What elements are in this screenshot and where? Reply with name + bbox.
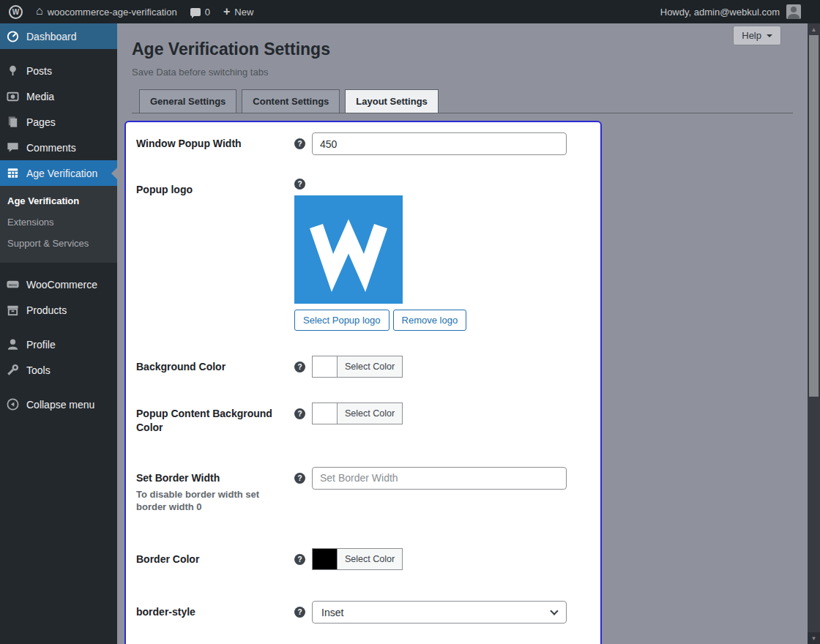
new-link[interactable]: + New <box>223 6 253 18</box>
setting-label: Border Color <box>136 548 291 570</box>
admin-bar-left: W ⌂ woocommerce-age-verification 0 + New <box>9 5 253 19</box>
help-tooltip-icon[interactable]: ? <box>294 362 305 372</box>
webkul-logo-mark <box>294 195 403 304</box>
comments-icon <box>190 8 201 16</box>
chevron-down-icon <box>767 34 772 40</box>
home-icon: ⌂ <box>36 5 43 17</box>
help-tooltip-icon[interactable]: ? <box>294 607 305 618</box>
select-popup-logo-button[interactable]: Select Popup logo <box>294 310 390 331</box>
avatar <box>786 4 801 19</box>
howdy-link[interactable]: Howdy, admin@webkul.com <box>660 7 780 18</box>
popup-content-background-color-picker: Select Color <box>312 402 403 424</box>
setting-label: Popup Content Background Color <box>136 402 291 435</box>
wordpress-logo-link[interactable]: W <box>9 5 23 19</box>
new-label: New <box>234 7 253 18</box>
sidebar-item-label: Profile <box>26 339 56 351</box>
collapse-menu-icon <box>6 397 20 411</box>
background-color-select-button[interactable]: Select Color <box>337 356 403 378</box>
scrollbar-thumb[interactable] <box>809 35 819 397</box>
setting-row-set-border-width: Set Border Width To disable border width… <box>126 455 600 537</box>
setting-label: Window Popup Width <box>136 132 291 155</box>
help-tooltip-icon[interactable]: ? <box>294 408 305 419</box>
setting-row-window-popup-width: Window Popup Width ? <box>126 122 600 165</box>
age-verification-icon <box>6 166 20 180</box>
sidebar-item-age-verification[interactable]: Age Verification <box>0 160 117 186</box>
sidebar-item-pages[interactable]: Pages <box>0 109 117 135</box>
help-button[interactable]: Help <box>733 26 781 45</box>
sidebar-item-label: Posts <box>26 65 52 77</box>
tab-content-settings[interactable]: Content Settings <box>242 89 340 113</box>
sidebar-menu: Dashboard Posts Media Pages Comments <box>0 23 117 644</box>
chevron-down-icon <box>550 607 558 615</box>
border-color-picker: Select Color <box>312 548 403 570</box>
main-content: Help Age Verification Settings Save Data… <box>117 23 808 644</box>
setting-label: Popup logo <box>136 179 291 331</box>
setting-label-title: Set Border Width <box>136 471 291 485</box>
products-icon <box>6 303 20 317</box>
setting-row-popup-logo: Popup logo ? Select Popup logo Remove lo… <box>126 165 600 344</box>
setting-row-popup-content-background-color: Popup Content Background Color ? Select … <box>126 389 600 455</box>
border-style-selected-value: Inset <box>321 607 343 618</box>
sidebar-item-products[interactable]: Products <box>0 297 117 323</box>
sidebar-item-label: Collapse menu <box>26 399 94 411</box>
settings-tabs: General Settings Content Settings Layout… <box>132 89 793 113</box>
setting-label: Background Color <box>136 356 291 378</box>
setting-control: ? <box>291 132 590 155</box>
site-name-link[interactable]: ⌂ woocommerce-age-verification <box>36 7 177 18</box>
tab-layout-settings[interactable]: Layout Settings <box>345 89 439 113</box>
border-style-select[interactable]: Inset <box>312 601 567 624</box>
sidebar-item-profile[interactable]: Profile <box>0 332 117 357</box>
sidebar-item-label: Pages <box>26 116 56 128</box>
scroll-down-icon[interactable]: ▼ <box>808 632 820 644</box>
setting-row-background-color: Background Color ? Select Color <box>126 344 600 389</box>
submenu-item-age-verification[interactable]: Age Verification <box>0 190 117 211</box>
sidebar-item-label: Comments <box>26 142 76 154</box>
setting-label: border-style <box>136 601 291 624</box>
help-tooltip-icon[interactable]: ? <box>294 473 305 484</box>
comments-link[interactable]: 0 <box>190 7 210 18</box>
help-tooltip-icon[interactable]: ? <box>294 179 305 190</box>
submenu-item-support-services[interactable]: Support & Services <box>0 233 117 254</box>
popup-content-background-color-select-button[interactable]: Select Color <box>337 402 403 424</box>
popup-content-background-color-swatch <box>312 402 338 424</box>
current-menu-arrow <box>111 168 117 179</box>
help-tooltip-icon[interactable]: ? <box>294 138 305 149</box>
submenu-item-extensions[interactable]: Extensions <box>0 211 117 233</box>
site-name: woocommerce-age-verification <box>48 7 177 18</box>
border-color-swatch <box>312 548 338 570</box>
sidebar-item-tools[interactable]: Tools <box>0 357 117 383</box>
remove-logo-button[interactable]: Remove logo <box>393 310 467 331</box>
age-verification-submenu: Age Verification Extensions Support & Se… <box>0 186 117 263</box>
setting-control: ? Select Color <box>291 402 590 435</box>
setting-row-popup-background-image: Popup Background Image Please Upload Ima… <box>126 637 600 644</box>
sidebar-item-comments[interactable]: Comments <box>0 135 117 160</box>
sidebar-item-collapse-menu[interactable]: Collapse menu <box>0 392 117 417</box>
window-popup-width-input[interactable] <box>312 132 567 155</box>
media-icon <box>6 89 20 103</box>
sidebar-item-woocommerce[interactable]: woo WooCommerce <box>0 272 117 297</box>
scroll-up-icon[interactable]: ▲ <box>808 23 820 35</box>
help-button-label: Help <box>742 30 761 41</box>
border-color-select-button[interactable]: Select Color <box>337 548 403 570</box>
popup-logo-buttons: Select Popup logo Remove logo <box>294 310 466 331</box>
wordpress-logo-icon: W <box>9 5 23 19</box>
plus-icon: + <box>223 6 230 18</box>
setting-label-description: To disable border width set border width… <box>136 489 291 514</box>
setting-control: ? Select Popup logo Remove logo <box>291 179 590 331</box>
page-scrollbar[interactable]: ▲ ▼ <box>808 23 820 644</box>
profile-icon <box>6 337 20 351</box>
setting-control: ? Select Color <box>291 548 590 570</box>
admin-bar: W ⌂ woocommerce-age-verification 0 + New… <box>0 0 820 23</box>
sidebar-item-dashboard[interactable]: Dashboard <box>0 23 117 49</box>
svg-text:woo: woo <box>8 282 18 287</box>
woocommerce-icon: woo <box>6 277 20 291</box>
help-tooltip-icon[interactable]: ? <box>294 554 305 565</box>
admin-bar-right: Howdy, admin@webkul.com <box>660 4 811 19</box>
border-width-input[interactable] <box>312 467 567 490</box>
setting-label: Set Border Width To disable border width… <box>136 467 291 514</box>
popup-logo-preview-image <box>294 195 403 304</box>
tab-general-settings[interactable]: General Settings <box>139 89 236 113</box>
sidebar-item-posts[interactable]: Posts <box>0 58 117 83</box>
sidebar-item-media[interactable]: Media <box>0 83 117 109</box>
page-subtitle: Save Data before switching tabs <box>132 67 793 78</box>
